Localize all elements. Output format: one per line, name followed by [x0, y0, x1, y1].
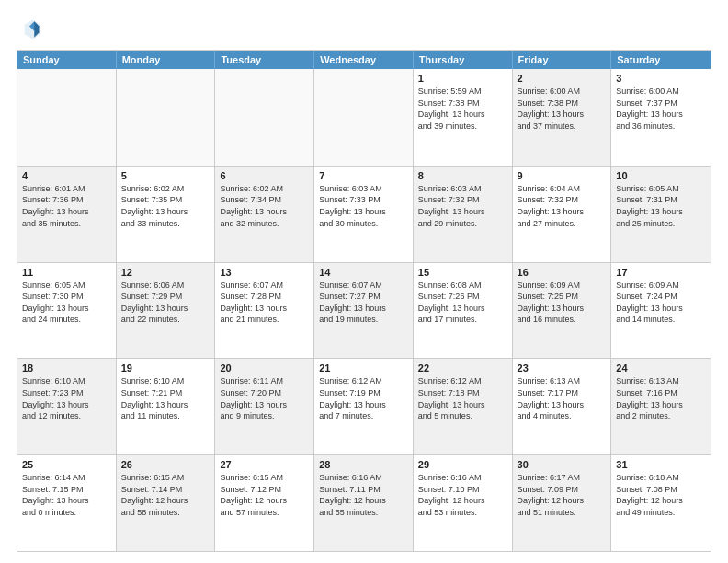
day-info: Sunrise: 6:09 AM Sunset: 7:25 PM Dayligh… — [518, 280, 607, 326]
weekday-header-saturday: Saturday — [611, 51, 711, 69]
day-info: Sunrise: 6:13 AM Sunset: 7:16 PM Dayligh… — [616, 375, 706, 421]
day-number: 25 — [22, 459, 111, 470]
day-cell-13: 13Sunrise: 6:07 AM Sunset: 7:28 PM Dayli… — [215, 263, 314, 359]
day-info: Sunrise: 6:17 AM Sunset: 7:09 PM Dayligh… — [518, 472, 607, 518]
day-info: Sunrise: 6:08 AM Sunset: 7:26 PM Dayligh… — [418, 280, 507, 326]
day-info: Sunrise: 6:06 AM Sunset: 7:29 PM Dayligh… — [121, 280, 210, 326]
day-cell-19: 19Sunrise: 6:10 AM Sunset: 7:21 PM Dayli… — [117, 359, 216, 454]
day-info: Sunrise: 6:15 AM Sunset: 7:14 PM Dayligh… — [121, 472, 210, 518]
day-info: Sunrise: 6:00 AM Sunset: 7:37 PM Dayligh… — [616, 86, 706, 132]
logo-icon — [17, 17, 42, 42]
calendar-row-0: 1Sunrise: 5:59 AM Sunset: 7:38 PM Daylig… — [17, 69, 711, 166]
logo — [17, 17, 46, 42]
day-info: Sunrise: 6:02 AM Sunset: 7:34 PM Dayligh… — [220, 183, 309, 229]
day-number: 17 — [616, 267, 706, 278]
day-info: Sunrise: 6:03 AM Sunset: 7:33 PM Dayligh… — [319, 183, 408, 229]
header — [17, 17, 711, 42]
day-cell-14: 14Sunrise: 6:07 AM Sunset: 7:27 PM Dayli… — [314, 263, 414, 359]
day-number: 29 — [418, 459, 507, 470]
day-cell-17: 17Sunrise: 6:09 AM Sunset: 7:24 PM Dayli… — [611, 263, 711, 359]
day-number: 10 — [616, 170, 706, 181]
day-number: 26 — [121, 459, 210, 470]
day-number: 23 — [518, 362, 607, 373]
day-cell-23: 23Sunrise: 6:13 AM Sunset: 7:17 PM Dayli… — [513, 359, 612, 454]
day-info: Sunrise: 5:59 AM Sunset: 7:38 PM Dayligh… — [418, 86, 507, 132]
day-cell-10: 10Sunrise: 6:05 AM Sunset: 7:31 PM Dayli… — [611, 167, 711, 262]
day-cell-24: 24Sunrise: 6:13 AM Sunset: 7:16 PM Dayli… — [611, 359, 711, 454]
day-cell-18: 18Sunrise: 6:10 AM Sunset: 7:23 PM Dayli… — [17, 359, 117, 454]
page: SundayMondayTuesdayWednesdayThursdayFrid… — [0, 0, 728, 563]
day-info: Sunrise: 6:09 AM Sunset: 7:24 PM Dayligh… — [616, 280, 706, 326]
empty-cell — [17, 69, 117, 166]
empty-cell — [117, 69, 216, 166]
day-info: Sunrise: 6:11 AM Sunset: 7:20 PM Dayligh… — [220, 375, 309, 421]
day-cell-9: 9Sunrise: 6:04 AM Sunset: 7:32 PM Daylig… — [513, 167, 612, 262]
day-cell-30: 30Sunrise: 6:17 AM Sunset: 7:09 PM Dayli… — [513, 455, 612, 551]
calendar-row-2: 11Sunrise: 6:05 AM Sunset: 7:30 PM Dayli… — [17, 262, 711, 359]
day-number: 21 — [319, 362, 408, 373]
day-number: 1 — [418, 73, 507, 84]
day-number: 12 — [121, 267, 210, 278]
day-info: Sunrise: 6:05 AM Sunset: 7:30 PM Dayligh… — [22, 280, 111, 326]
day-cell-25: 25Sunrise: 6:14 AM Sunset: 7:15 PM Dayli… — [17, 455, 117, 551]
day-cell-11: 11Sunrise: 6:05 AM Sunset: 7:30 PM Dayli… — [17, 263, 117, 359]
calendar-body: 1Sunrise: 5:59 AM Sunset: 7:38 PM Daylig… — [17, 69, 711, 551]
calendar-header: SundayMondayTuesdayWednesdayThursdayFrid… — [17, 51, 711, 69]
day-info: Sunrise: 6:07 AM Sunset: 7:28 PM Dayligh… — [220, 280, 309, 326]
day-number: 20 — [220, 362, 309, 373]
day-number: 16 — [518, 267, 607, 278]
calendar-row-1: 4Sunrise: 6:01 AM Sunset: 7:36 PM Daylig… — [17, 166, 711, 262]
day-number: 4 — [22, 170, 111, 181]
day-cell-28: 28Sunrise: 6:16 AM Sunset: 7:11 PM Dayli… — [314, 455, 414, 551]
day-cell-27: 27Sunrise: 6:15 AM Sunset: 7:12 PM Dayli… — [215, 455, 314, 551]
weekday-header-friday: Friday — [513, 51, 612, 69]
day-cell-15: 15Sunrise: 6:08 AM Sunset: 7:26 PM Dayli… — [414, 263, 513, 359]
day-info: Sunrise: 6:04 AM Sunset: 7:32 PM Dayligh… — [518, 183, 607, 229]
day-info: Sunrise: 6:10 AM Sunset: 7:21 PM Dayligh… — [121, 375, 210, 421]
day-number: 8 — [418, 170, 507, 181]
day-info: Sunrise: 6:18 AM Sunset: 7:08 PM Dayligh… — [616, 472, 706, 518]
day-cell-8: 8Sunrise: 6:03 AM Sunset: 7:32 PM Daylig… — [414, 167, 513, 262]
day-number: 5 — [121, 170, 210, 181]
day-info: Sunrise: 6:12 AM Sunset: 7:18 PM Dayligh… — [418, 375, 507, 421]
empty-cell — [215, 69, 314, 166]
day-cell-22: 22Sunrise: 6:12 AM Sunset: 7:18 PM Dayli… — [414, 359, 513, 454]
day-info: Sunrise: 6:12 AM Sunset: 7:19 PM Dayligh… — [319, 375, 408, 421]
day-info: Sunrise: 6:02 AM Sunset: 7:35 PM Dayligh… — [121, 183, 210, 229]
day-info: Sunrise: 6:10 AM Sunset: 7:23 PM Dayligh… — [22, 375, 111, 421]
day-number: 9 — [518, 170, 607, 181]
weekday-header-sunday: Sunday — [17, 51, 117, 69]
empty-cell — [314, 69, 414, 166]
day-number: 27 — [220, 459, 309, 470]
day-number: 28 — [319, 459, 408, 470]
day-number: 22 — [418, 362, 507, 373]
day-info: Sunrise: 6:03 AM Sunset: 7:32 PM Dayligh… — [418, 183, 507, 229]
day-info: Sunrise: 6:00 AM Sunset: 7:38 PM Dayligh… — [518, 86, 607, 132]
day-number: 6 — [220, 170, 309, 181]
day-number: 18 — [22, 362, 111, 373]
day-info: Sunrise: 6:16 AM Sunset: 7:10 PM Dayligh… — [418, 472, 507, 518]
weekday-header-wednesday: Wednesday — [314, 51, 414, 69]
day-info: Sunrise: 6:01 AM Sunset: 7:36 PM Dayligh… — [22, 183, 111, 229]
day-cell-6: 6Sunrise: 6:02 AM Sunset: 7:34 PM Daylig… — [215, 167, 314, 262]
day-cell-2: 2Sunrise: 6:00 AM Sunset: 7:38 PM Daylig… — [513, 69, 612, 166]
day-info: Sunrise: 6:07 AM Sunset: 7:27 PM Dayligh… — [319, 280, 408, 326]
day-number: 31 — [616, 459, 706, 470]
calendar: SundayMondayTuesdayWednesdayThursdayFrid… — [17, 50, 711, 552]
day-cell-31: 31Sunrise: 6:18 AM Sunset: 7:08 PM Dayli… — [611, 455, 711, 551]
day-cell-20: 20Sunrise: 6:11 AM Sunset: 7:20 PM Dayli… — [215, 359, 314, 454]
day-info: Sunrise: 6:14 AM Sunset: 7:15 PM Dayligh… — [22, 472, 111, 518]
day-cell-4: 4Sunrise: 6:01 AM Sunset: 7:36 PM Daylig… — [17, 167, 117, 262]
day-cell-5: 5Sunrise: 6:02 AM Sunset: 7:35 PM Daylig… — [117, 167, 216, 262]
weekday-header-tuesday: Tuesday — [215, 51, 314, 69]
day-number: 7 — [319, 170, 408, 181]
day-cell-7: 7Sunrise: 6:03 AM Sunset: 7:33 PM Daylig… — [314, 167, 414, 262]
day-number: 24 — [616, 362, 706, 373]
day-number: 3 — [616, 73, 706, 84]
day-cell-16: 16Sunrise: 6:09 AM Sunset: 7:25 PM Dayli… — [513, 263, 612, 359]
day-cell-26: 26Sunrise: 6:15 AM Sunset: 7:14 PM Dayli… — [117, 455, 216, 551]
day-cell-3: 3Sunrise: 6:00 AM Sunset: 7:37 PM Daylig… — [611, 69, 711, 166]
day-info: Sunrise: 6:13 AM Sunset: 7:17 PM Dayligh… — [518, 375, 607, 421]
day-number: 15 — [418, 267, 507, 278]
day-info: Sunrise: 6:05 AM Sunset: 7:31 PM Dayligh… — [616, 183, 706, 229]
